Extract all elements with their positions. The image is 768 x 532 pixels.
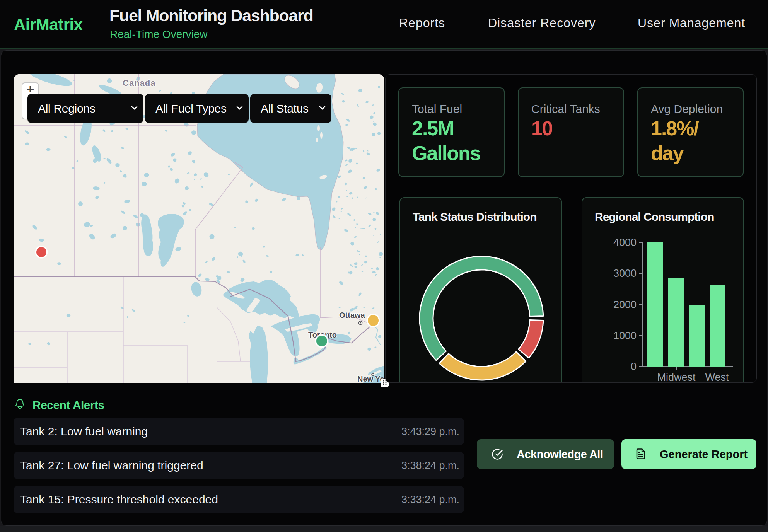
svg-text:4000: 4000	[613, 237, 637, 248]
svg-text:West: West	[705, 372, 729, 383]
svg-text:3000: 3000	[613, 268, 637, 279]
svg-text:Canada: Canada	[123, 78, 155, 88]
svg-text:Ottawa: Ottawa	[339, 311, 365, 319]
svg-text:New York: New York	[357, 375, 384, 383]
svg-text:0: 0	[631, 361, 637, 372]
svg-text:Midwest: Midwest	[657, 372, 696, 383]
svg-text:1000: 1000	[613, 330, 637, 341]
svg-text:2000: 2000	[613, 299, 637, 310]
